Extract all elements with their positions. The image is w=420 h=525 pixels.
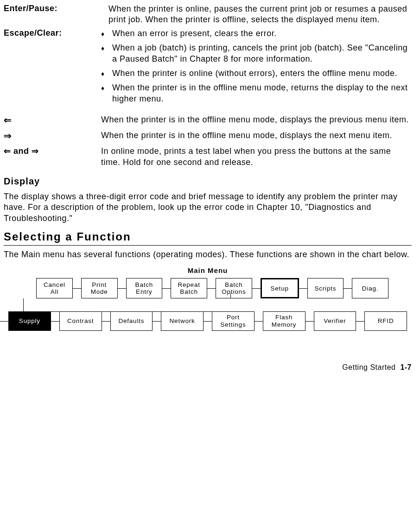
menu-box-print-mode: PrintMode — [81, 278, 118, 298]
left-arrow-icon: ⇐ — [4, 114, 101, 126]
right-arrow-row: ⇒ When the printer is in the offline men… — [4, 130, 412, 141]
menu-box-rfid: RFID — [364, 311, 407, 330]
left-arrow-desc: When the printer is in the offline menu … — [101, 114, 412, 125]
display-heading: Display — [4, 176, 412, 187]
menu-box-verifier: Verifier — [314, 311, 356, 330]
bullet-item: ♦When an error is present, clears the er… — [101, 28, 412, 39]
bullet-diamond-icon: ♦ — [101, 43, 112, 52]
definition-list: Enter/Pause: When the printer is online,… — [4, 4, 412, 168]
bullet-item: ♦When the printer is online (without err… — [101, 68, 412, 79]
menu-chart: Main Menu CancelAll PrintMode BatchEntry… — [4, 266, 412, 330]
left-arrow-row: ⇐ When the printer is in the offline men… — [4, 114, 412, 126]
bullet-text: When the printer is in the offline menu … — [112, 82, 412, 104]
menu-box-repeat-batch: RepeatBatch — [171, 278, 207, 298]
selecting-function-heading: Selecting a Function — [4, 230, 412, 246]
bullet-item: ♦When a job (batch) is printing, cancels… — [101, 43, 412, 64]
bullet-diamond-icon: ♦ — [101, 68, 112, 78]
both-arrows-desc: In online mode, prints a test label when… — [101, 146, 412, 168]
enter-pause-desc: When the printer is online, pauses the c… — [101, 4, 412, 25]
menu-box-port-settings: PortSettings — [212, 311, 255, 330]
menu-box-flash-memory: FlashMemory — [263, 311, 305, 330]
footer-page-number: 1-7 — [400, 363, 412, 371]
right-arrow-icon: ⇒ — [4, 130, 101, 141]
both-arrows-row: ⇐ and ⇒ In online mode, prints a test la… — [4, 146, 412, 168]
bullet-item: ♦When the printer is in the offline menu… — [101, 82, 412, 104]
bullet-text: When a job (batch) is printing, cancels … — [112, 43, 412, 64]
menu-box-defaults: Defaults — [110, 311, 153, 330]
menu-box-supply: Supply — [8, 311, 51, 330]
bullet-text: When an error is present, clears the err… — [112, 28, 412, 39]
menu-box-batch-options: BatchOptions — [216, 278, 252, 298]
chart-connector-vertical — [230, 293, 231, 298]
escape-clear-desc: ♦When an error is present, clears the er… — [101, 28, 412, 108]
bullet-diamond-icon: ♦ — [101, 28, 112, 38]
enter-pause-term: Enter/Pause: — [4, 4, 101, 13]
both-arrows-icon: ⇐ and ⇒ — [4, 146, 101, 156]
menu-box-diag: Diag. — [352, 278, 388, 298]
right-arrow-desc: When the printer is in the offline menu … — [101, 130, 412, 141]
escape-clear-row: Escape/Clear: ♦When an error is present,… — [4, 28, 412, 108]
selecting-function-body: The Main menu has several functions (ope… — [4, 249, 412, 260]
bullet-text: When the printer is online (without erro… — [112, 68, 412, 79]
chart-connector-elbow — [23, 298, 231, 312]
menu-box-setup: Setup — [261, 278, 299, 298]
escape-clear-term: Escape/Clear: — [4, 28, 101, 38]
enter-pause-row: Enter/Pause: When the printer is online,… — [4, 4, 412, 25]
menu-box-cancel-all: CancelAll — [36, 278, 73, 298]
menu-box-network: Network — [161, 311, 204, 330]
chart-row-setup-sub: Supply Contrast Defaults Network PortSet… — [4, 311, 412, 330]
display-body: The display shows a three-digit error co… — [4, 191, 412, 224]
menu-box-scripts: Scripts — [307, 278, 344, 298]
footer-section: Getting Started — [342, 363, 395, 371]
page-footer: Getting Started 1-7 — [4, 363, 412, 372]
menu-box-batch-entry: BatchEntry — [126, 278, 163, 298]
bullet-diamond-icon: ♦ — [101, 82, 112, 92]
menu-box-contrast: Contrast — [59, 311, 102, 330]
chart-row-main: CancelAll PrintMode BatchEntry RepeatBat… — [4, 278, 412, 298]
chart-title: Main Menu — [4, 266, 412, 274]
